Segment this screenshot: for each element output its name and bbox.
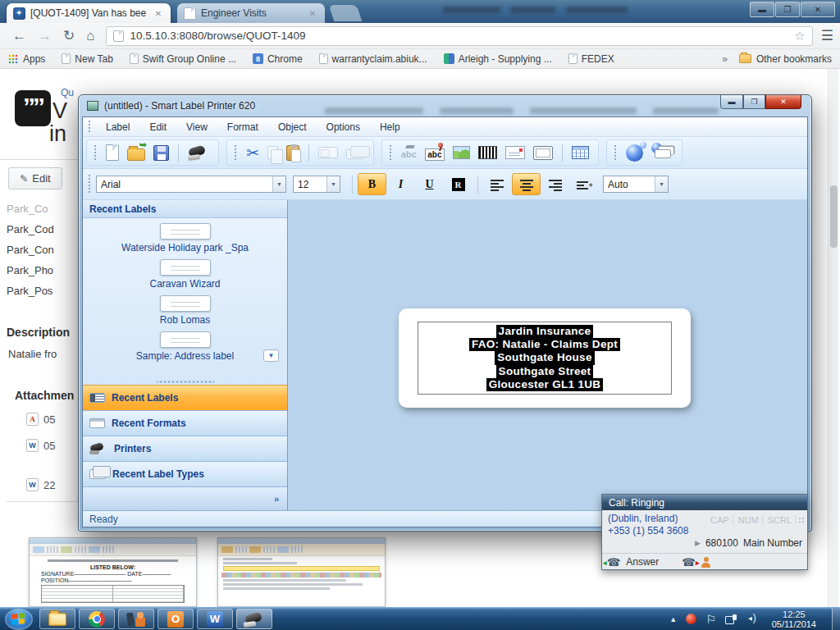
browser-tab-engineer-visits[interactable]: Engineer Visits	[177, 3, 325, 23]
copy-icon[interactable]	[267, 146, 278, 159]
tab-close-icon[interactable]	[153, 7, 164, 19]
resize-grip-icon[interactable]	[798, 517, 806, 524]
menu-edit[interactable]: Edit	[139, 121, 176, 133]
answer-button[interactable]: Answer	[626, 556, 659, 568]
barcode-object-icon[interactable]	[478, 146, 497, 159]
reload-icon[interactable]: ↻	[63, 29, 75, 43]
extension-row[interactable]: ▶ 680100 Main Number	[695, 537, 802, 549]
edit-button[interactable]: ✎ Edit	[8, 167, 62, 189]
tray-app-icon[interactable]	[686, 614, 696, 624]
italic-button[interactable]: I	[386, 173, 415, 195]
expand-arrow-icon[interactable]: ▶	[695, 539, 701, 547]
panel-splitter-handle[interactable]	[157, 378, 214, 385]
text-sizing-button[interactable]	[569, 173, 598, 195]
contact-person-icon[interactable]	[701, 557, 711, 568]
show-hidden-icons-button[interactable]: ▲	[669, 615, 677, 623]
taskbar-label-printer-button[interactable]	[236, 609, 272, 629]
sample-dropdown-button[interactable]: ▼	[263, 349, 279, 362]
recent-label-item[interactable]: Caravan Wizard	[83, 259, 287, 290]
browser-tab-quot[interactable]: [QUOT-1409] Van has bee	[7, 3, 171, 23]
font-family-select[interactable]: Arial ▼	[96, 176, 286, 193]
label-preview[interactable]: Jardin Insurance FAO: Natalie - Claims D…	[399, 308, 691, 408]
window-close-button[interactable]: ✕	[765, 95, 801, 109]
recent-label-item[interactable]: Rob Lomas	[83, 295, 287, 326]
start-button[interactable]	[5, 609, 33, 630]
breadcrumb[interactable]: Qu	[61, 87, 74, 98]
auto-size-select[interactable]: Auto ▼	[603, 176, 669, 193]
spellcheck-icon[interactable]: abc	[401, 146, 417, 159]
bookmark-warrantyclaim[interactable]: warrantyclaim.abiuk...	[319, 53, 427, 65]
chrome-menu-icon[interactable]: ☰	[821, 27, 833, 44]
toolbar-grip[interactable]	[234, 144, 238, 162]
page-scrollbar[interactable]	[828, 69, 838, 607]
answer-phone-icon[interactable]: ◂	[607, 557, 620, 568]
toolbar-grip[interactable]	[88, 174, 92, 195]
attachment-row[interactable]: W 22	[26, 478, 55, 491]
bookmark-new-tab[interactable]: New Tab	[62, 53, 112, 65]
reject-phone-icon[interactable]: ▸	[682, 557, 695, 568]
cut-icon[interactable]	[246, 144, 259, 162]
other-bookmarks[interactable]: Other bookmarks	[739, 53, 832, 65]
underline-button[interactable]: U	[415, 173, 444, 195]
smart-capture-icon[interactable]	[626, 144, 643, 162]
align-left-button[interactable]	[483, 173, 512, 195]
nav-recent-labels[interactable]: Recent Labels	[83, 385, 287, 410]
address-bar[interactable]: 10.5.10.3:8080/browse/QUOT-1409 ☆	[106, 26, 813, 46]
taskbar-outlook-button[interactable]: O	[158, 609, 194, 629]
taskbar-chrome-button[interactable]	[79, 609, 115, 629]
taskbar-explorer-button[interactable]	[39, 609, 75, 629]
label-layout-icon[interactable]	[318, 147, 338, 158]
attachment-row[interactable]: W 05	[26, 439, 55, 452]
bookmark-chrome[interactable]: 8 Chrome	[253, 53, 303, 65]
save-icon[interactable]	[153, 145, 169, 161]
show-desktop-button[interactable]	[832, 609, 840, 630]
window-minimize-button[interactable]: ▬	[750, 2, 774, 17]
window-restore-button[interactable]: ❐	[775, 2, 800, 17]
font-size-select[interactable]: 12 ▼	[293, 176, 340, 193]
clock[interactable]: 12:25 05/11/2014	[772, 609, 816, 629]
window-close-button[interactable]: ✕	[801, 2, 835, 17]
attachment-row[interactable]: A 05	[26, 413, 55, 426]
toolbar-grip[interactable]	[614, 144, 618, 162]
chevron-down-icon[interactable]: ▼	[326, 176, 340, 192]
nav-printers[interactable]: Printers	[83, 436, 287, 461]
volume-icon[interactable]	[746, 614, 758, 624]
menu-options[interactable]: Options	[317, 121, 370, 133]
frame-object-icon[interactable]	[533, 146, 553, 160]
paste-icon[interactable]	[286, 145, 299, 161]
chevron-down-icon[interactable]: ▼	[655, 176, 668, 192]
bookmark-arleigh[interactable]: Arleigh - Supplying ...	[444, 53, 552, 65]
nav-recent-label-types[interactable]: Recent Label Types	[83, 461, 287, 486]
toolbar-grip[interactable]	[88, 120, 92, 133]
scrollbar-thumb[interactable]	[830, 185, 838, 248]
attachment-thumbnail-word[interactable]: LISTED BELOW: SIGNATURE————————— DATE———…	[29, 537, 197, 607]
toolbar-grip[interactable]	[94, 144, 98, 162]
bookmark-star-icon[interactable]: ☆	[794, 29, 805, 43]
menu-object[interactable]: Object	[268, 121, 317, 133]
reverse-text-button[interactable]: R	[444, 173, 472, 195]
label-text-block[interactable]: Jardin Insurance FAO: Natalie - Claims D…	[418, 322, 672, 395]
label-stack-icon[interactable]	[346, 149, 364, 159]
menu-view[interactable]: View	[176, 121, 217, 133]
bookmark-fedex[interactable]: FEDEX	[568, 53, 614, 65]
window-restore-button[interactable]: ❐	[743, 95, 765, 109]
bookmark-swift-group[interactable]: Swift Group Online ...	[130, 53, 236, 65]
menu-label[interactable]: Label	[96, 121, 139, 133]
action-center-flag-icon[interactable]: ⚐	[705, 613, 716, 626]
open-icon[interactable]	[127, 148, 145, 161]
toolbar-grip[interactable]	[389, 144, 393, 162]
forward-icon[interactable]: →	[38, 29, 52, 43]
address-object-icon[interactable]	[505, 146, 525, 159]
label-canvas[interactable]: Jardin Insurance FAO: Natalie - Claims D…	[288, 200, 807, 510]
bookmarks-overflow-chevron[interactable]: »	[722, 53, 728, 65]
taskbar-word-button[interactable]: W	[197, 609, 233, 629]
print-icon[interactable]	[188, 145, 209, 160]
table-object-icon[interactable]	[572, 146, 589, 159]
nav-recent-formats[interactable]: Recent Formats	[83, 410, 287, 436]
capture-to-label-icon[interactable]	[651, 144, 673, 161]
taskbar-softphone-button[interactable]	[118, 609, 154, 629]
text-object-icon[interactable]: abc	[425, 148, 445, 161]
align-center-button[interactable]	[512, 173, 541, 195]
attachment-thumbnail-email[interactable]	[217, 537, 386, 607]
recent-label-item[interactable]: Sample: Address label ▼	[83, 331, 287, 362]
